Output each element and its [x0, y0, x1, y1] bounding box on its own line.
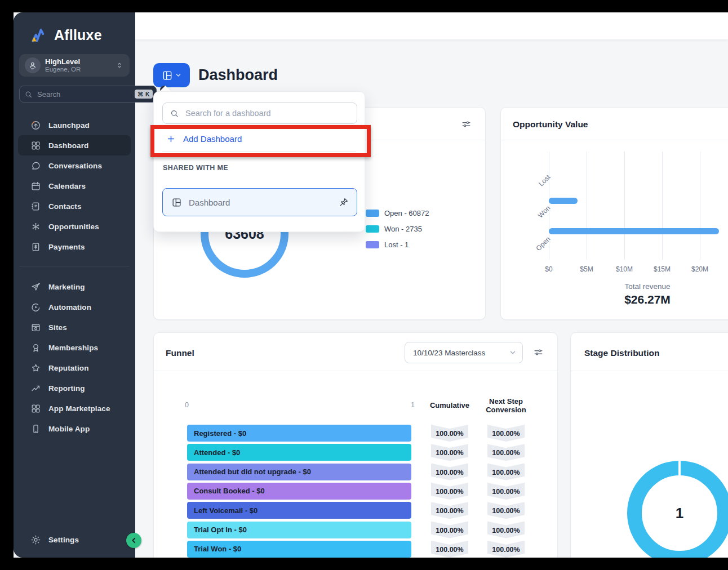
sidebar-search[interactable]: ⌘ K: [19, 86, 157, 103]
stage-distribution-donut: 1: [627, 461, 728, 565]
dashboard-menu-item[interactable]: Dashboard: [162, 188, 357, 216]
sidebar-item-label: App Marketplace: [48, 404, 110, 413]
legend-swatch: [366, 210, 379, 217]
funnel-bar[interactable]: Left Voicemail - $0: [187, 502, 411, 519]
dashboard-layout-icon: [171, 197, 182, 208]
x-axis-ticks: $0$5M$10M$15M$20M: [549, 265, 707, 274]
settings-label: Settings: [48, 536, 79, 544]
card-header: Stage Distribution: [571, 333, 728, 371]
account-avatar-icon: [25, 57, 41, 73]
sidebar-item-label: Calendars: [48, 182, 86, 190]
category-label: Lost: [518, 173, 553, 207]
dashboard-search-input[interactable]: [184, 108, 350, 118]
chevron-left-icon: [129, 536, 139, 545]
funnel-row: Consult Booked - $0 100.00% 100.00%: [154, 483, 557, 500]
funnel-bar[interactable]: Attended - $0: [187, 444, 411, 461]
bar-chart-plot: [549, 152, 725, 260]
sidebar-item[interactable]: Opportunities: [18, 216, 131, 237]
sidebar-item-icon: [30, 140, 41, 151]
sidebar-item-icon: [30, 363, 41, 373]
pin-icon[interactable]: [339, 197, 349, 207]
funnel-bar-label: Registered - $0: [194, 429, 246, 438]
sidebar-item-icon: [30, 242, 41, 252]
sidebar-item[interactable]: Launchpad: [18, 115, 131, 135]
funnel-bar-label: Trial Opt In - $0: [194, 526, 247, 534]
sidebar-item-icon: [30, 201, 41, 212]
cumulative-badge: 100.00%: [431, 425, 468, 442]
next-step-badge: 100.00%: [487, 502, 525, 519]
funnel-card: Funnel 10/10/23 Masterclass 0 1 Cumulati…: [153, 332, 558, 570]
chart-filter-icon[interactable]: [533, 347, 544, 358]
sidebar-item[interactable]: Memberships: [18, 337, 131, 358]
sidebar-item[interactable]: Calendars: [18, 176, 131, 196]
funnel-bar-label: Attended - $0: [194, 448, 240, 457]
account-switcher[interactable]: HighLevel Eugene, OR: [19, 54, 130, 77]
sidebar-item[interactable]: Dashboard: [18, 135, 131, 155]
sidebar-item[interactable]: Marketing: [18, 277, 131, 297]
category-label: Won: [518, 204, 553, 238]
donut-segment-gap: [678, 461, 681, 476]
cumulative-badge: 100.00%: [431, 444, 468, 461]
sidebar-item-label: Mobile App: [48, 425, 90, 433]
category-label: Open: [518, 235, 553, 269]
legend-item: Open - 60872: [366, 210, 429, 217]
sidebar-item[interactable]: Mobile App: [18, 418, 131, 439]
sidebar-search-input[interactable]: [36, 90, 131, 99]
sidebar-item-icon: [30, 161, 41, 171]
funnel-bar[interactable]: Trial Won - $0: [187, 541, 411, 558]
cumulative-badge: 100.00%: [431, 502, 468, 519]
funnel-bar[interactable]: Registered - $0: [187, 425, 411, 442]
gridline: [624, 152, 625, 260]
sidebar-item[interactable]: Automation: [18, 297, 131, 317]
sidebar-item[interactable]: App Marketplace: [18, 398, 131, 418]
sidebar-item[interactable]: Reporting: [18, 378, 131, 398]
funnel-selector-value: 10/10/23 Masterclass: [413, 349, 509, 357]
tick-label: $15M: [654, 265, 671, 273]
axis-max-label: 1: [411, 401, 415, 409]
legend-item: Won - 2735: [366, 225, 429, 233]
sidebar-item[interactable]: Payments: [18, 237, 131, 257]
chart-filter-icon[interactable]: [461, 119, 472, 130]
funnel-row: Left Voicemail - $0 100.00% 100.00%: [154, 502, 557, 519]
page-title: Dashboard: [198, 66, 278, 84]
brand-logo-icon: [29, 26, 50, 44]
funnel-bar-label: Consult Booked - $0: [194, 487, 265, 495]
sidebar-item[interactable]: Contacts: [18, 196, 131, 216]
funnel-selector[interactable]: 10/10/23 Masterclass: [405, 342, 523, 363]
funnel-row: Trial Won - $0 100.00% 100.00%: [154, 541, 557, 558]
gridline: [662, 152, 663, 260]
search-icon: [170, 109, 179, 118]
sidebar-item-label: Sites: [48, 323, 67, 332]
sidebar-collapse-button[interactable]: [126, 533, 141, 548]
screen-bezel-left: [0, 0, 14, 570]
funnel-bar[interactable]: Consult Booked - $0: [187, 483, 411, 500]
sidebar-item-label: Reputation: [48, 364, 89, 372]
sidebar-item-settings[interactable]: Settings: [18, 529, 131, 550]
gear-icon: [30, 535, 41, 545]
dashboard-switcher-button[interactable]: [153, 63, 190, 87]
sidebar-item-icon: [30, 181, 41, 192]
funnel-row: Attended - $0 100.00% 100.00%: [154, 444, 557, 461]
shared-with-me-label: SHARED WITH ME: [163, 164, 228, 172]
search-icon: [24, 90, 33, 99]
account-name: HighLevel: [45, 57, 81, 66]
sidebar-item[interactable]: Reputation: [18, 358, 131, 378]
sidebar-item-icon: [30, 120, 41, 131]
sidebar-item[interactable]: Conversations: [18, 155, 131, 176]
sidebar-item-icon: [30, 424, 41, 434]
funnel-bar[interactable]: Attended but did not upgrade - $0: [187, 464, 411, 480]
cumulative-badge: 100.00%: [431, 464, 468, 480]
legend-item: Lost - 1: [366, 241, 429, 248]
dashboard-dropdown: Add Dashboard SHARED WITH ME Dashboard: [153, 91, 365, 232]
dashboard-search[interactable]: [162, 103, 357, 124]
dashboard-layout-icon: [162, 70, 173, 81]
cumulative-badge: 100.00%: [431, 541, 468, 558]
cumulative-badge: 100.00%: [431, 522, 468, 538]
next-step-badge: 100.00%: [487, 522, 525, 538]
sidebar-item-label: Contacts: [48, 202, 82, 211]
sidebar-item[interactable]: Sites: [18, 317, 131, 337]
chevron-down-icon: [509, 349, 517, 357]
sidebar-item-label: Opportunities: [48, 222, 99, 231]
funnel-row: Trial Opt In - $0 100.00% 100.00%: [154, 522, 557, 538]
funnel-bar[interactable]: Trial Opt In - $0: [187, 522, 411, 538]
